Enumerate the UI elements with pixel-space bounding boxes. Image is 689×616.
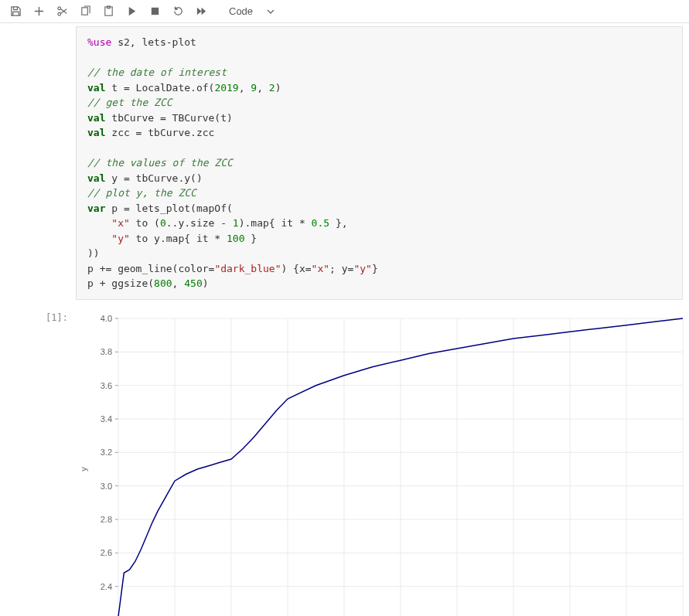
plot-output: 2.22.42.62.83.03.23.43.63.84.00510152025… [76, 308, 689, 617]
scissors-icon [56, 5, 68, 17]
svg-text:3.0: 3.0 [101, 481, 112, 490]
copy-button[interactable] [76, 2, 94, 21]
insert-button[interactable] [29, 2, 48, 21]
svg-point-1 [57, 7, 60, 10]
stop-button[interactable] [145, 2, 164, 21]
output-cell: [1]: 2.22.42.62.83.03.23.43.63.84.005101… [0, 308, 689, 617]
notebook: %use s2, lets-plot // the date of intere… [0, 23, 689, 616]
svg-text:2.8: 2.8 [101, 515, 112, 524]
cut-button[interactable] [53, 2, 71, 21]
svg-rect-5 [151, 8, 158, 15]
celltype-select[interactable]: Code [224, 4, 279, 19]
svg-text:3.6: 3.6 [101, 380, 112, 390]
code-editor[interactable]: %use s2, lets-plot // the date of intere… [76, 26, 683, 300]
svg-text:3.4: 3.4 [101, 414, 112, 424]
run-all-button[interactable] [192, 2, 210, 21]
clipboard-icon [103, 5, 114, 17]
output-prompt: [1]: [0, 308, 76, 617]
save-icon [10, 5, 22, 17]
celltype-label: Code [229, 5, 253, 17]
copy-icon [80, 5, 91, 17]
run-button[interactable] [122, 2, 141, 21]
toolbar: Code [0, 0, 689, 23]
restart-button[interactable] [169, 2, 187, 21]
stop-icon [149, 5, 161, 17]
svg-text:y: y [79, 466, 88, 471]
svg-text:4.0: 4.0 [101, 314, 112, 323]
input-prompt [0, 23, 76, 303]
svg-rect-2 [81, 8, 87, 15]
svg-text:2.6: 2.6 [101, 548, 112, 557]
plus-icon [33, 5, 45, 17]
fastforward-icon [196, 5, 207, 17]
save-button[interactable] [6, 2, 25, 21]
svg-text:2.4: 2.4 [101, 581, 112, 590]
restart-icon [172, 5, 184, 17]
paste-button[interactable] [99, 2, 118, 21]
svg-text:3.2: 3.2 [101, 448, 112, 457]
code-cell: %use s2, lets-plot // the date of intere… [0, 23, 689, 303]
play-icon [126, 5, 138, 17]
chevron-down-icon [267, 8, 275, 15]
line-chart: 2.22.42.62.83.03.23.43.63.84.00510152025… [76, 311, 689, 617]
svg-point-0 [57, 12, 60, 15]
svg-text:3.8: 3.8 [101, 347, 112, 356]
